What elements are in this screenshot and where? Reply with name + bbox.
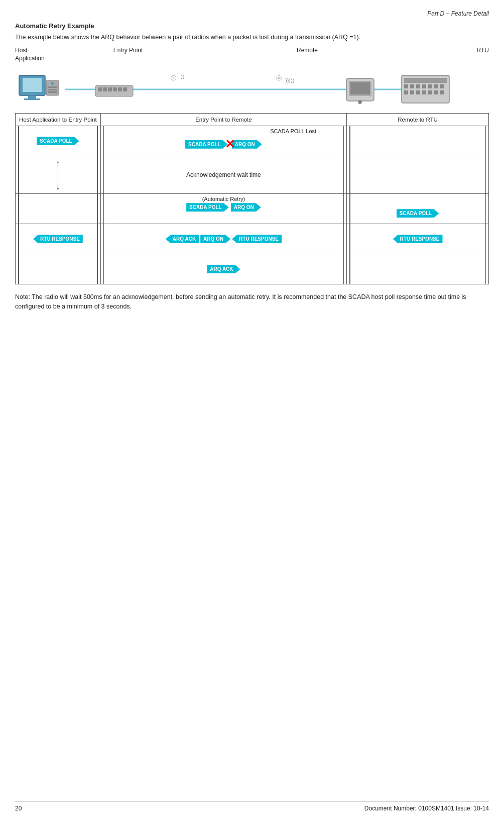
timing-row-4: RTU RESPONSE ARQ ACK ARQ ON RTU RESPONSE xyxy=(16,224,489,254)
svg-rect-35 xyxy=(440,84,444,88)
svg-rect-29 xyxy=(404,84,408,88)
svg-rect-19 xyxy=(108,87,112,91)
arq-on-badge-row1: ARQ ON xyxy=(232,140,262,149)
svg-rect-39 xyxy=(422,90,426,94)
svg-point-26 xyxy=(358,100,362,104)
svg-rect-8 xyxy=(23,78,42,92)
page-footer: 20 Document Number: 0100SM1401 Issue: 10… xyxy=(15,801,489,812)
svg-rect-21 xyxy=(118,87,122,91)
svg-rect-20 xyxy=(113,87,117,91)
diagram-area: Host Application Entry Point Remote RTU … xyxy=(15,47,489,284)
arq-on-retry-badge: ARQ ON xyxy=(231,203,261,212)
label-remote: Remote xyxy=(176,47,439,62)
svg-point-12 xyxy=(51,82,54,85)
arq-ack-badge: ARQ ACK xyxy=(166,235,199,243)
svg-rect-36 xyxy=(404,90,408,94)
intro-text: The example below shows the ARQ behavior… xyxy=(15,34,489,41)
scada-poll-lost-label: SCADA POLL Lost xyxy=(270,128,316,134)
arq-ack-final-badge: ARQ ACK xyxy=(207,265,240,273)
rtu-response-host-badge: RTU RESPONSE xyxy=(33,235,83,243)
svg-rect-30 xyxy=(410,84,414,88)
svg-rect-14 xyxy=(48,89,57,90)
rtu-response-entry-badge: RTU RESPONSE xyxy=(232,235,282,243)
svg-text:⦾: ⦾ xyxy=(276,74,282,82)
svg-rect-22 xyxy=(123,87,127,91)
timing-row-5: ARQ ACK xyxy=(16,254,489,284)
arq-on-row4-badge: ARQ ON xyxy=(200,235,230,243)
red-x-icon: ✕ xyxy=(225,138,235,150)
note-text: Note: The radio will wait 500ms for an a… xyxy=(15,292,489,312)
svg-rect-15 xyxy=(48,91,57,93)
timing-row-2: ↑ ↓ Acknowledgement wait time xyxy=(16,156,489,194)
svg-rect-42 xyxy=(440,90,444,94)
svg-rect-32 xyxy=(422,84,426,88)
label-entry: Entry Point xyxy=(80,47,176,62)
page-header-title: Part D – Feature Detail xyxy=(15,10,489,17)
svg-rect-17 xyxy=(98,87,102,91)
svg-rect-34 xyxy=(434,84,438,88)
svg-rect-10 xyxy=(24,98,40,100)
connector-svg: ⦾ )) ⦾ ))))) xyxy=(15,64,489,107)
section-title: Automatic Retry Example xyxy=(15,22,489,30)
label-rtu: RTU xyxy=(439,47,489,62)
svg-rect-9 xyxy=(28,95,36,98)
label-host: Host Application xyxy=(15,47,80,62)
svg-rect-31 xyxy=(416,84,420,88)
svg-rect-37 xyxy=(410,90,414,94)
svg-rect-28 xyxy=(404,78,447,83)
svg-text:)): )) xyxy=(181,73,184,79)
timing-row-1: SCADA POLL SCADA POLL Lost SCADA POLL xyxy=(16,126,489,156)
scada-poll-badge-row1: SCADA POLL xyxy=(37,137,79,145)
doc-number: Document Number: 0100SM1401 Issue: 10-14 xyxy=(364,805,489,812)
svg-rect-41 xyxy=(434,90,438,94)
svg-rect-18 xyxy=(103,87,107,91)
col-header-entry: Entry Point to Remote xyxy=(100,114,346,126)
rtu-response-remote-badge: RTU RESPONSE xyxy=(393,235,443,243)
scada-poll-remote-badge: SCADA POLL xyxy=(397,209,439,218)
timing-row-3: (Automatic Retry) SCADA POLL ARQ ON SCAD… xyxy=(16,194,489,224)
auto-retry-label: (Automatic Retry) xyxy=(101,194,346,202)
svg-rect-38 xyxy=(416,90,420,94)
svg-rect-25 xyxy=(350,82,370,94)
ack-wait-label: Acknowledgement wait time xyxy=(101,167,346,182)
svg-text:⦾: ⦾ xyxy=(171,74,176,82)
col-header-remote: Remote to RTU xyxy=(347,114,489,126)
col-header-host: Host Application to Entry Point xyxy=(16,114,101,126)
svg-text:))))): ))))) xyxy=(285,77,294,83)
scada-poll-entry-badge: SCADA POLL xyxy=(185,140,228,149)
scada-poll-retry-badge: SCADA POLL xyxy=(186,203,229,212)
svg-rect-40 xyxy=(428,90,432,94)
svg-rect-13 xyxy=(48,86,57,88)
page-number: 20 xyxy=(15,805,22,812)
svg-rect-33 xyxy=(428,84,432,88)
